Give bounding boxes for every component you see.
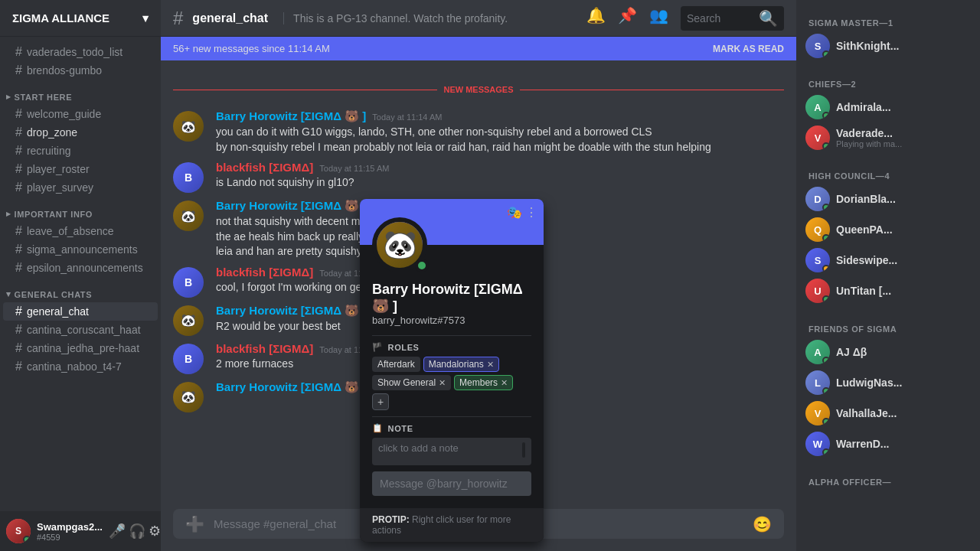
channel-player-survey[interactable]: # player_survey xyxy=(3,178,158,197)
sidebar: ΣIGMA ALLIANCE ▾ # vaderades_todo_list #… xyxy=(0,0,161,551)
add-role-button[interactable]: + xyxy=(372,393,389,410)
server-name: ΣIGMA ALLIANCE xyxy=(12,11,109,24)
new-messages-banner: 56+ new messages since 11:14 AM MARK AS … xyxy=(161,37,796,60)
channel-general-chat[interactable]: # general_chat ⚙ xyxy=(3,302,158,321)
popup-banner: 🐼 🎭 ⋮ xyxy=(360,199,544,245)
hash-icon: # xyxy=(15,323,22,337)
member-name: DorianBla... xyxy=(836,193,971,205)
list-item[interactable]: S Sideswipe... xyxy=(799,245,977,276)
message-author[interactable]: Barry Horowitz [ΣIGMΔ 🐻 ] xyxy=(216,199,366,213)
role-tag-members: Members ✕ xyxy=(454,375,513,390)
member-section-sigma-master: SIGMA MASTER—1 S SithKnight... xyxy=(796,6,980,61)
member-section-title: FRIENDS OF SIGMA xyxy=(796,312,980,337)
online-indicator xyxy=(822,387,830,395)
member-info: UnTitan [... xyxy=(836,285,971,297)
member-info: SithKnight... xyxy=(836,40,971,52)
list-item[interactable]: V Vaderade... Playing with ma... xyxy=(799,122,977,153)
role-remove-button[interactable]: ✕ xyxy=(501,378,508,388)
add-attachment-icon[interactable]: ➕ xyxy=(185,515,204,533)
reaction-icon[interactable]: 🎭 xyxy=(507,205,522,220)
member-name: ValhallaJe... xyxy=(836,407,971,419)
header-icons: 🔔 📌 👥 🔍 xyxy=(586,6,784,31)
member-section-title: HIGH COUNCIL—4 xyxy=(796,159,980,184)
role-name: Show General xyxy=(377,377,436,388)
more-options-icon[interactable]: ⋮ xyxy=(525,205,537,220)
list-item[interactable]: V ValhallaJe... xyxy=(799,398,977,429)
member-section-title: CHIEFS—2 xyxy=(796,67,980,92)
settings-icon[interactable]: ⚙ xyxy=(149,523,161,540)
note-input[interactable]: click to add a note xyxy=(372,438,531,465)
popup-username: Barry Horowitz [ΣIGMΔ 🐻 ] xyxy=(372,282,531,315)
list-item[interactable]: D DorianBla... xyxy=(799,184,977,214)
search-icon: 🔍 xyxy=(759,9,778,28)
role-remove-button[interactable]: ✕ xyxy=(487,360,494,370)
popup-message-input[interactable]: Message @barry_horowitz xyxy=(372,471,531,496)
hash-icon: # xyxy=(15,162,22,176)
mark-as-read-button[interactable]: MARK AS READ xyxy=(713,44,784,54)
avatar: A xyxy=(805,340,830,364)
emoji-icon[interactable]: 😊 xyxy=(753,515,772,533)
list-item[interactable]: U UnTitan [... xyxy=(799,276,977,306)
message-placeholder: Message @barry_horowitz xyxy=(380,478,508,490)
message-author[interactable]: blackfish [ΣIGMΔ] xyxy=(216,266,313,279)
member-name: WarrenD... xyxy=(836,438,971,450)
channel-item-brendos[interactable]: # brendos-gumbo xyxy=(3,61,158,80)
message-author[interactable]: blackfish [ΣIGMΔ] xyxy=(216,342,313,355)
avatar: W xyxy=(805,432,830,456)
channel-leave-of-absence[interactable]: # leave_of_absence xyxy=(3,222,158,240)
search-box[interactable]: 🔍 xyxy=(681,6,784,31)
search-input[interactable] xyxy=(687,12,756,24)
members-icon[interactable]: 👥 xyxy=(649,6,668,31)
list-item[interactable]: L LudwigNas... xyxy=(799,367,977,398)
hash-icon: # xyxy=(15,243,22,256)
message-author[interactable]: Barry Horowitz [ΣIGMΔ 🐻 ] xyxy=(216,109,366,123)
member-info: Vaderade... Playing with ma... xyxy=(836,127,971,148)
avatar: 🐼 xyxy=(173,382,204,412)
category-arrow: ▸ xyxy=(6,209,11,219)
member-section-friends: FRIENDS OF SIGMA A AJ Δβ L LudwigNas... … xyxy=(796,312,980,459)
channel-cantina-jedha[interactable]: # cantina_jedha_pre-haat xyxy=(3,339,158,357)
server-header[interactable]: ΣIGMA ALLIANCE ▾ xyxy=(0,0,161,37)
pin-icon[interactable]: 📌 xyxy=(618,6,637,31)
bell-icon[interactable]: 🔔 xyxy=(586,6,606,31)
channel-cantina-coruscant[interactable]: # cantina_coruscant_haat xyxy=(3,321,158,339)
channel-item-vaderades[interactable]: # vaderades_todo_list xyxy=(3,43,158,61)
channel-epsilon-announcements[interactable]: # epsilon_announcements xyxy=(3,259,158,277)
role-tag-afterdark: Afterdark xyxy=(372,357,420,372)
avatar: 🐼 xyxy=(173,305,204,336)
member-section-chiefs: CHIEFS—2 A Admirala... V Vaderade... Pla… xyxy=(796,67,980,153)
member-name: SithKnight... xyxy=(836,40,971,52)
list-item[interactable]: A AJ Δβ xyxy=(799,337,977,367)
message-author[interactable]: Barry Horowitz [ΣIGMΔ 🐻 ] xyxy=(216,304,366,318)
list-item[interactable]: Q QueenPA... xyxy=(799,214,977,245)
channel-player-roster[interactable]: # player_roster xyxy=(3,160,158,178)
popup-divider xyxy=(372,416,531,417)
message-author[interactable]: Barry Horowitz [ΣIGMΔ 🐻 ] xyxy=(216,380,366,394)
role-remove-button[interactable]: ✕ xyxy=(439,378,446,388)
channel-recruiting[interactable]: # recruiting xyxy=(3,142,158,160)
member-name: AJ Δβ xyxy=(836,346,971,358)
channel-welcome-guide[interactable]: # welcome_guide xyxy=(3,105,158,123)
online-dot-popup xyxy=(415,259,429,272)
list-item[interactable]: W WarrenD... xyxy=(799,429,977,459)
headphone-icon[interactable]: 🎧 xyxy=(129,523,145,540)
hash-icon: # xyxy=(15,107,22,121)
channel-drop-zone[interactable]: # drop_zone xyxy=(3,123,158,142)
list-item[interactable]: S SithKnight... xyxy=(799,31,977,61)
hash-icon: # xyxy=(15,64,22,77)
message-text: is Lando not squishy in gl10? xyxy=(216,175,784,191)
microphone-icon[interactable]: 🎤 xyxy=(109,523,126,540)
list-item[interactable]: A Admirala... xyxy=(799,92,977,122)
message-author[interactable]: blackfish [ΣIGMΔ] xyxy=(216,161,313,174)
category-arrow: ▾ xyxy=(6,289,11,299)
member-info: QueenPA... xyxy=(836,223,971,236)
member-info: WarrenD... xyxy=(836,438,971,450)
message-text: you can do it with G10 wiggs, lando, STH… xyxy=(216,125,784,140)
member-info: ValhallaJe... xyxy=(836,407,971,419)
channel-cantina-naboo[interactable]: # cantina_naboo_t4-7 xyxy=(3,357,158,376)
channel-hash-icon: # xyxy=(173,8,183,29)
channel-sigma-announcements[interactable]: # sigma_announcements xyxy=(3,240,158,259)
avatar: S xyxy=(805,34,830,58)
member-info: Admirala... xyxy=(836,101,971,113)
protip-label: PROTIP: xyxy=(372,514,410,525)
